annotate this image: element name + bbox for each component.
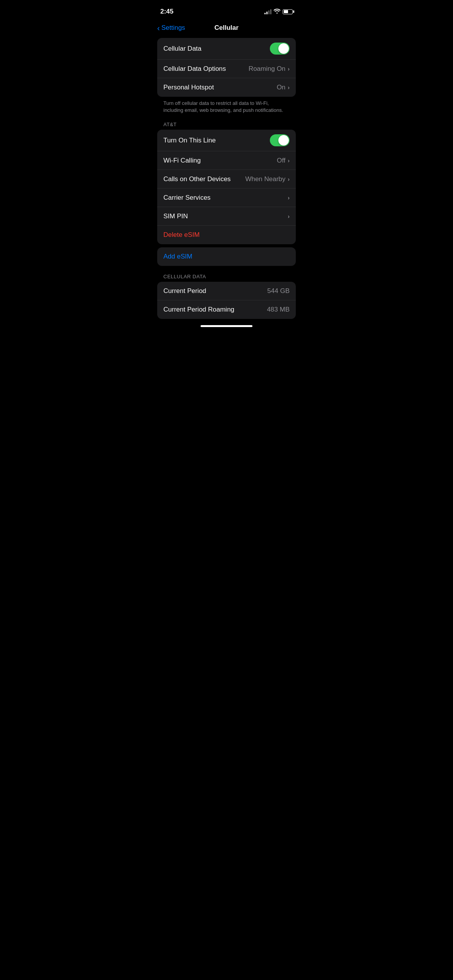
personal-hotspot-right: On › [277, 84, 290, 91]
chevron-icon: › [288, 195, 290, 201]
status-icons [264, 9, 293, 15]
toggle-thumb [278, 43, 289, 54]
chevron-icon: › [288, 176, 290, 182]
current-period-roaming-right: 483 MB [267, 306, 290, 314]
carrier-services-right: › [288, 195, 290, 201]
wifi-calling-row[interactable]: Wi-Fi Calling Off › [157, 151, 296, 170]
add-esim-row[interactable]: Add eSIM [157, 247, 296, 266]
cellular-data-section: Cellular Data Cellular Data Options Roam… [157, 38, 296, 114]
delete-esim-label: Delete eSIM [163, 231, 200, 239]
carrier-services-row[interactable]: Carrier Services › [157, 188, 296, 207]
back-chevron-icon: ‹ [157, 24, 160, 32]
current-period-roaming-value: 483 MB [267, 306, 290, 314]
att-section-label: AT&T [157, 122, 296, 130]
signal-icon [264, 9, 271, 14]
turn-on-line-toggle[interactable] [270, 134, 290, 146]
calls-other-devices-row[interactable]: Calls on Other Devices When Nearby › [157, 170, 296, 188]
current-period-label: Current Period [163, 287, 206, 295]
page-title: Cellular [214, 24, 239, 32]
content: Cellular Data Cellular Data Options Roam… [151, 38, 302, 319]
wifi-icon [274, 9, 280, 15]
chevron-icon: › [288, 84, 290, 91]
toggle-thumb [278, 135, 289, 146]
cellular-data-options-right: Roaming On › [249, 65, 290, 73]
carrier-services-label: Carrier Services [163, 194, 211, 202]
calls-other-devices-label: Calls on Other Devices [163, 175, 231, 183]
back-button[interactable]: ‹ Settings [157, 24, 185, 32]
turn-on-line-label: Turn On This Line [163, 137, 216, 144]
cellular-data-card2: Current Period 544 GB Current Period Roa… [157, 282, 296, 319]
current-period-roaming-label: Current Period Roaming [163, 306, 234, 314]
personal-hotspot-label: Personal Hotspot [163, 84, 214, 91]
calls-other-devices-right: When Nearby › [245, 175, 290, 183]
wifi-calling-label: Wi-Fi Calling [163, 157, 201, 164]
current-period-row: Current Period 544 GB [157, 282, 296, 300]
turn-on-line-row[interactable]: Turn On This Line [157, 130, 296, 151]
status-bar: 2:45 [151, 0, 302, 21]
sim-pin-label: SIM PIN [163, 212, 188, 220]
att-section: AT&T Turn On This Line Wi-Fi Calling Off… [157, 122, 296, 244]
sim-pin-row[interactable]: SIM PIN › [157, 207, 296, 226]
chevron-icon: › [288, 66, 290, 72]
wifi-calling-right: Off › [277, 157, 290, 164]
cellular-data-card: Cellular Data Cellular Data Options Roam… [157, 38, 296, 97]
cellular-data-options-label: Cellular Data Options [163, 65, 226, 73]
battery-icon [283, 9, 293, 14]
section1-footer: Turn off cellular data to restrict all d… [157, 97, 296, 114]
chevron-icon: › [288, 158, 290, 164]
current-period-value: 544 GB [267, 287, 290, 295]
current-period-roaming-row: Current Period Roaming 483 MB [157, 300, 296, 319]
cellular-data-section2: CELLULAR DATA Current Period 544 GB Curr… [157, 274, 296, 319]
current-period-right: 544 GB [267, 287, 290, 295]
home-indicator [201, 325, 252, 327]
add-esim-section: Add eSIM [157, 247, 296, 266]
cellular-data-options-row[interactable]: Cellular Data Options Roaming On › [157, 60, 296, 78]
delete-esim-row[interactable]: Delete eSIM [157, 226, 296, 244]
cellular-data-label: Cellular Data [163, 45, 201, 53]
chevron-icon: › [288, 213, 290, 219]
sim-pin-right: › [288, 213, 290, 219]
add-esim-label: Add eSIM [163, 253, 192, 260]
back-label: Settings [161, 24, 185, 32]
cellular-data-section-label: CELLULAR DATA [157, 274, 296, 282]
cellular-data-row[interactable]: Cellular Data [157, 38, 296, 60]
nav-bar: ‹ Settings Cellular [151, 21, 302, 38]
att-card: Turn On This Line Wi-Fi Calling Off › Ca… [157, 130, 296, 244]
cellular-data-toggle[interactable] [270, 43, 290, 55]
wifi-calling-value: Off [277, 157, 285, 164]
cellular-data-options-value: Roaming On [249, 65, 285, 73]
calls-other-devices-value: When Nearby [245, 175, 285, 183]
status-time: 2:45 [160, 8, 173, 15]
personal-hotspot-value: On [277, 84, 286, 91]
personal-hotspot-row[interactable]: Personal Hotspot On › [157, 78, 296, 97]
add-esim-card: Add eSIM [157, 247, 296, 266]
